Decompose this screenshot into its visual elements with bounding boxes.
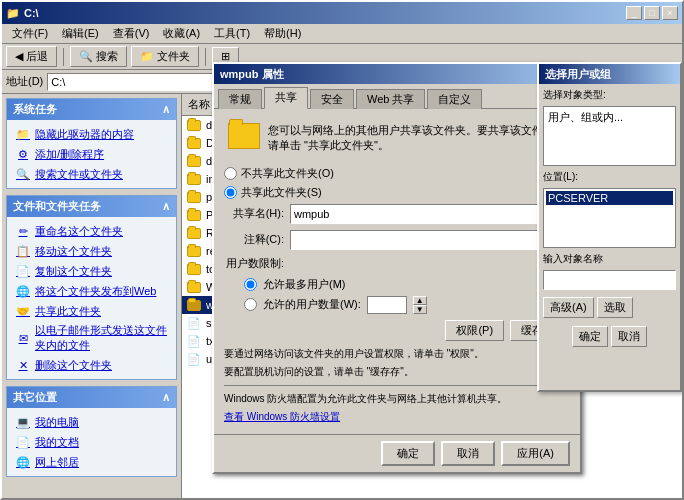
tab-general[interactable]: 常规 bbox=[218, 89, 262, 109]
right-panel-ok-button[interactable]: 确定 bbox=[572, 326, 608, 347]
menu-file[interactable]: 文件(F) bbox=[6, 24, 54, 43]
location-list[interactable]: PCSERVER bbox=[543, 188, 676, 248]
sidebar-item-publish[interactable]: 🌐 将这个文件夹发布到Web bbox=[11, 281, 172, 301]
menu-tools[interactable]: 工具(T) bbox=[208, 24, 256, 43]
sidebar-item-add-remove[interactable]: ⚙ 添加/删除程序 bbox=[11, 144, 172, 164]
dialog-buttons: 确定 取消 应用(A) bbox=[214, 434, 580, 472]
menu-view[interactable]: 查看(V) bbox=[107, 24, 156, 43]
file-icon: 📄 bbox=[186, 351, 202, 367]
no-share-radio[interactable] bbox=[224, 167, 237, 180]
comment-row: 注释(C): bbox=[224, 230, 570, 250]
collapse-icon3: ∧ bbox=[162, 391, 170, 404]
folder-icon bbox=[186, 153, 202, 169]
hide-drive-icon: 📁 bbox=[15, 126, 31, 142]
system-tasks-content: 📁 隐藏此驱动器的内容 ⚙ 添加/删除程序 🔍 搜索文件或文件夹 bbox=[7, 120, 176, 188]
tab-security[interactable]: 安全 bbox=[310, 89, 354, 109]
big-folder-icon bbox=[228, 123, 260, 149]
dialog-content: 您可以与网络上的其他用户共享该文件夹。要共享该文件夹，请单击 "共享此文件夹"。… bbox=[214, 109, 580, 434]
firewall-text: Windows 防火墙配置为允许此文件夹与网络上其他计算机共享。 bbox=[224, 392, 570, 406]
permissions-button[interactable]: 权限(P) bbox=[445, 320, 504, 341]
folders-button[interactable]: 📁 文件夹 bbox=[131, 46, 199, 67]
copy-icon: 📄 bbox=[15, 263, 31, 279]
file-tasks-content: ✏ 重命名这个文件夹 📋 移动这个文件夹 📄 复制这个文件夹 🌐 将这个文件夹发… bbox=[7, 217, 176, 379]
system-tasks-header[interactable]: 系统任务 ∧ bbox=[7, 99, 176, 120]
sidebar-item-search-files[interactable]: 🔍 搜索文件或文件夹 bbox=[11, 164, 172, 184]
sidebar-item-rename[interactable]: ✏ 重命名这个文件夹 bbox=[11, 221, 172, 241]
sidebar-item-my-documents[interactable]: 📄 我的文档 bbox=[11, 432, 172, 452]
title-bar-buttons: _ □ × bbox=[626, 6, 678, 20]
collapse-icon2: ∧ bbox=[162, 200, 170, 213]
address-label: 地址(D) bbox=[6, 74, 43, 89]
file-tasks-header[interactable]: 文件和文件夹任务 ∧ bbox=[7, 196, 176, 217]
sidebar-item-move[interactable]: 📋 移动这个文件夹 bbox=[11, 241, 172, 261]
menu-help[interactable]: 帮助(H) bbox=[258, 24, 307, 43]
sidebar-item-share[interactable]: 🤝 共享此文件夹 bbox=[11, 301, 172, 321]
network-icon: 🌐 bbox=[15, 454, 31, 470]
add-remove-icon: ⚙ bbox=[15, 146, 31, 162]
back-button[interactable]: ◀ 后退 bbox=[6, 46, 57, 67]
menu-bar: 文件(F) 编辑(E) 查看(V) 收藏(A) 工具(T) 帮助(H) bbox=[2, 24, 682, 44]
sidebar-item-copy[interactable]: 📄 复制这个文件夹 bbox=[11, 261, 172, 281]
sidebar-item-network[interactable]: 🌐 网上邻居 bbox=[11, 452, 172, 472]
apply-button[interactable]: 应用(A) bbox=[501, 441, 570, 466]
sidebar-item-email[interactable]: ✉ 以电子邮件形式发送这文件夹内的文件 bbox=[11, 321, 172, 355]
search-icon: 🔍 bbox=[79, 50, 93, 63]
folder-icon bbox=[186, 225, 202, 241]
folder-icon bbox=[186, 117, 202, 133]
user-limit-label-row: 用户数限制: bbox=[224, 256, 570, 271]
maximize-button[interactable]: □ bbox=[644, 6, 660, 20]
share-name-label: 共享名(H): bbox=[224, 206, 284, 221]
spinner-up[interactable]: ▲ bbox=[413, 296, 427, 305]
other-places-section: 其它位置 ∧ 💻 我的电脑 📄 我的文档 🌐 网上邻居 bbox=[6, 386, 177, 477]
toolbar-separator2 bbox=[205, 48, 206, 66]
bottom-text2: 要配置脱机访问的设置，请单击 "缓存存"。 bbox=[224, 365, 570, 379]
location-item[interactable]: PCSERVER bbox=[546, 191, 673, 205]
tab-share[interactable]: 共享 bbox=[264, 87, 308, 109]
input-label: 输入对象名称 bbox=[543, 252, 676, 266]
share-name-input[interactable] bbox=[290, 204, 570, 224]
location-label: 位置(L): bbox=[543, 170, 676, 184]
allowed-users-row: 允许的用户数量(W): ▲ ▼ bbox=[244, 296, 570, 314]
other-places-content: 💻 我的电脑 📄 我的文档 🌐 网上邻居 bbox=[7, 408, 176, 476]
right-panel-cancel-button[interactable]: 取消 bbox=[611, 326, 647, 347]
folder-icon bbox=[186, 261, 202, 277]
allowed-users-radio[interactable] bbox=[244, 298, 257, 311]
properties-dialog: wmpub 属性 ? × 常规 共享 安全 Web 共享 自定义 您可以与网络上… bbox=[212, 62, 582, 474]
file-tasks-section: 文件和文件夹任务 ∧ ✏ 重命名这个文件夹 📋 移动这个文件夹 📄 复制这个文件… bbox=[6, 195, 177, 380]
spinner-down[interactable]: ▼ bbox=[413, 305, 427, 314]
sidebar-item-my-computer[interactable]: 💻 我的电脑 bbox=[11, 412, 172, 432]
max-users-radio[interactable] bbox=[244, 278, 257, 291]
minimize-button[interactable]: _ bbox=[626, 6, 642, 20]
select-user-title: 选择用户或组 bbox=[539, 64, 680, 84]
tab-custom[interactable]: 自定义 bbox=[427, 89, 482, 109]
back-icon: ◀ bbox=[15, 50, 23, 63]
search-button[interactable]: 🔍 搜索 bbox=[70, 46, 127, 67]
user-type-item[interactable]: 用户、组或内... bbox=[546, 109, 673, 126]
close-button[interactable]: × bbox=[662, 6, 678, 20]
other-places-header[interactable]: 其它位置 ∧ bbox=[7, 387, 176, 408]
sidebar-item-hide-drive[interactable]: 📁 隐藏此驱动器的内容 bbox=[11, 124, 172, 144]
share-radio[interactable] bbox=[224, 186, 237, 199]
folder-icon bbox=[186, 135, 202, 151]
dialog-tabs: 常规 共享 安全 Web 共享 自定义 bbox=[214, 84, 580, 109]
menu-favorites[interactable]: 收藏(A) bbox=[157, 24, 206, 43]
my-documents-icon: 📄 bbox=[15, 434, 31, 450]
info-box: 您可以与网络上的其他用户共享该文件夹。要共享该文件夹，请单击 "共享此文件夹"。 bbox=[224, 119, 570, 158]
select-type-list[interactable]: 用户、组或内... bbox=[543, 106, 676, 166]
folder-icon bbox=[186, 243, 202, 259]
menu-edit[interactable]: 编辑(E) bbox=[56, 24, 105, 43]
users-count-input[interactable] bbox=[367, 296, 407, 314]
comment-input[interactable] bbox=[290, 230, 570, 250]
sidebar-item-delete[interactable]: ✕ 删除这个文件夹 bbox=[11, 355, 172, 375]
object-name-input[interactable] bbox=[543, 270, 676, 290]
info-text: 您可以与网络上的其他用户共享该文件夹。要共享该文件夹，请单击 "共享此文件夹"。 bbox=[268, 123, 566, 154]
advanced-button[interactable]: 高级(A) bbox=[543, 297, 594, 318]
left-panel: 系统任务 ∧ 📁 隐藏此驱动器的内容 ⚙ 添加/删除程序 🔍 搜索文件或文件夹 bbox=[2, 94, 182, 500]
select-button[interactable]: 选取 bbox=[597, 297, 633, 318]
tab-web-share[interactable]: Web 共享 bbox=[356, 89, 425, 109]
folders-icon: 📁 bbox=[140, 50, 154, 63]
cancel-button[interactable]: 取消 bbox=[441, 441, 495, 466]
ok-button[interactable]: 确定 bbox=[381, 441, 435, 466]
firewall-link[interactable]: 查看 Windows 防火墙设置 bbox=[224, 411, 340, 422]
rename-icon: ✏ bbox=[15, 223, 31, 239]
